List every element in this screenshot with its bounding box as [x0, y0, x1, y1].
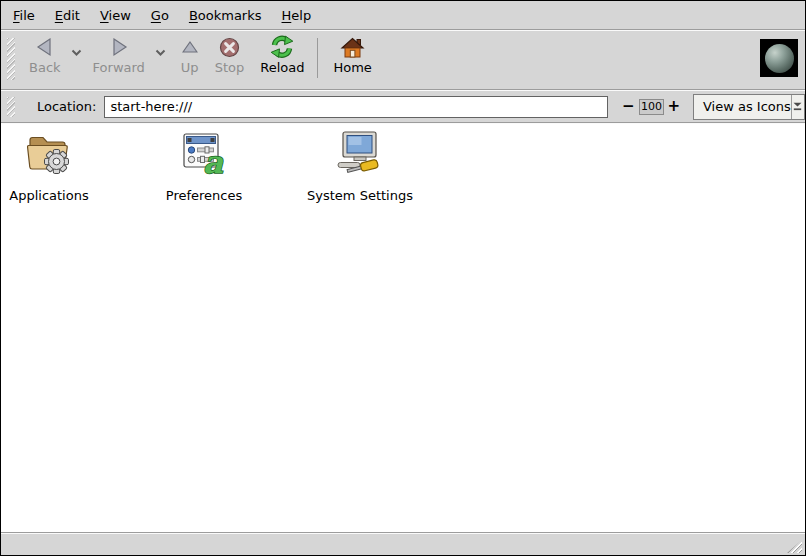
stop-icon — [219, 35, 240, 59]
icon-caption: Preferences — [166, 189, 242, 203]
location-bar-drag-handle[interactable] — [7, 97, 15, 117]
menu-edit-label: Edit — [55, 8, 80, 23]
resize-grip[interactable] — [787, 540, 802, 553]
svg-text:a: a — [203, 144, 224, 177]
back-label: Back — [29, 61, 61, 75]
menu-help-label: Help — [282, 8, 312, 23]
back-history-dropdown[interactable] — [69, 49, 85, 57]
menu-bookmarks-label: Bookmarks — [189, 8, 262, 23]
stop-button[interactable]: Stop — [207, 31, 253, 77]
location-label: Location: — [37, 99, 96, 114]
menu-view[interactable]: View — [90, 3, 141, 28]
home-icon — [340, 35, 365, 59]
computer-screwdriver-icon — [333, 129, 387, 180]
menu-bookmarks[interactable]: Bookmarks — [179, 3, 272, 28]
zoom-in-button[interactable]: + — [667, 99, 680, 114]
up-button[interactable]: Up — [173, 31, 207, 77]
toolbar-separator — [317, 38, 318, 78]
reload-button[interactable]: Reload — [252, 31, 312, 77]
orb — [765, 44, 794, 73]
forward-history-dropdown[interactable] — [153, 49, 169, 57]
location-bar: Location: − 100 + View as Icons — [1, 91, 805, 122]
reload-label: Reload — [260, 61, 304, 75]
menubar: File Edit View Go Bookmarks Help — [1, 1, 805, 29]
status-bar — [1, 534, 805, 555]
zoom-level-indicator: 100 — [639, 99, 665, 115]
stop-label: Stop — [215, 61, 245, 75]
menu-view-label: View — [100, 8, 131, 23]
menu-go[interactable]: Go — [141, 3, 179, 28]
toolbar-drag-handle[interactable] — [7, 38, 15, 80]
icon-caption: System Settings — [307, 189, 413, 203]
preferences-dialog-icon: a — [180, 129, 228, 180]
icon-item-preferences[interactable]: a Preferences — [156, 129, 252, 203]
back-arrow-icon — [34, 35, 56, 59]
menu-go-label: Go — [151, 8, 169, 23]
home-label: Home — [333, 61, 371, 75]
icon-caption: Applications — [9, 189, 88, 203]
up-arrow-icon — [182, 35, 198, 59]
location-input[interactable] — [104, 96, 608, 118]
home-button[interactable]: Home — [325, 31, 379, 77]
menu-edit[interactable]: Edit — [45, 3, 90, 28]
view-mode-dropdown[interactable]: View as Icons — [693, 94, 805, 120]
menu-file-label: File — [13, 8, 35, 23]
reload-icon — [269, 35, 295, 59]
menu-help[interactable]: Help — [272, 3, 322, 28]
back-button[interactable]: Back — [21, 31, 69, 77]
forward-arrow-icon — [108, 35, 130, 59]
toolbar: Back Forward Up — [1, 31, 805, 89]
icon-item-system-settings[interactable]: System Settings — [305, 129, 415, 203]
icon-item-applications[interactable]: Applications — [1, 129, 97, 203]
zoom-out-button[interactable]: − — [622, 99, 635, 114]
menu-file[interactable]: File — [3, 3, 45, 28]
chevron-down-icon — [791, 95, 804, 119]
orb-throbber-icon — [760, 39, 798, 77]
folder-gear-icon — [25, 129, 73, 180]
forward-label: Forward — [93, 61, 145, 75]
forward-button[interactable]: Forward — [85, 31, 153, 77]
up-label: Up — [181, 61, 199, 75]
file-manager-window: File Edit View Go Bookmarks Help Back Fo… — [0, 0, 806, 556]
icon-view: Applications a Preferences — [1, 124, 805, 532]
view-mode-label: View as Icons — [694, 99, 791, 114]
